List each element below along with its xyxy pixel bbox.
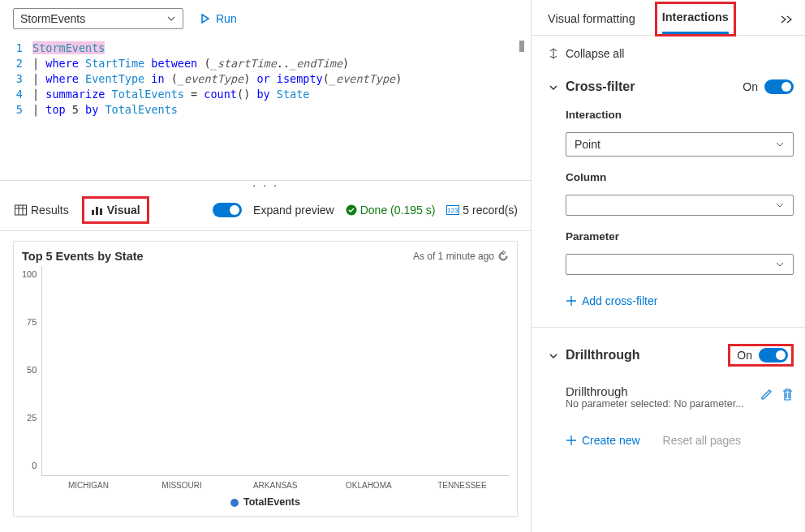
chevron-down-icon <box>775 260 785 269</box>
plus-icon <box>566 295 577 307</box>
interaction-select[interactable]: Point <box>566 132 794 157</box>
reset-all-pages-button[interactable]: Reset all pages <box>663 434 742 447</box>
column-select[interactable] <box>566 195 794 216</box>
delete-icon[interactable] <box>781 388 794 401</box>
interaction-label: Interaction <box>566 109 794 121</box>
drillthrough-item-sub: No parameter selected: No parameter... <box>566 398 744 410</box>
tab-visual[interactable]: Visual <box>89 200 142 220</box>
status-done: Done (0.195 s) <box>346 204 436 217</box>
chart-title: Top 5 Events by State <box>22 250 144 263</box>
legend-marker <box>230 499 239 507</box>
cross-filter-toggle[interactable] <box>764 79 794 94</box>
parameter-select[interactable] <box>566 254 794 275</box>
create-new-button[interactable]: Create new <box>566 434 640 447</box>
tab-interactions[interactable]: Interactions <box>662 4 729 34</box>
svg-text:123: 123 <box>448 207 459 214</box>
chevron-down-icon <box>775 139 785 149</box>
chart-x-label: MISSOURI <box>135 481 228 490</box>
edit-icon[interactable] <box>760 388 773 401</box>
chart-x-labels: MICHIGANMISSOURIARKANSASOKLAHOMATENNESSE… <box>41 481 509 490</box>
chart-legend: TotalEvents <box>22 496 509 508</box>
tab-interactions-highlight: Interactions <box>655 2 736 36</box>
records-icon: 123 <box>446 205 459 215</box>
svg-rect-6 <box>100 208 102 215</box>
svg-rect-5 <box>96 207 98 215</box>
run-button[interactable]: Run <box>200 12 237 25</box>
add-cross-filter-button[interactable]: Add cross-filter <box>566 294 794 307</box>
chart-icon <box>91 204 103 216</box>
records-count: 123 5 record(s) <box>446 204 518 217</box>
database-select[interactable]: StormEvents <box>13 8 183 29</box>
chart-y-axis: 100 75 50 25 0 <box>22 266 41 490</box>
editor-scrollbar-thumb[interactable] <box>519 41 524 52</box>
tab-visual-highlight: Visual <box>82 196 149 224</box>
svg-rect-0 <box>15 205 27 215</box>
refresh-icon[interactable] <box>497 251 509 262</box>
play-icon <box>200 13 211 24</box>
chart-x-label: MICHIGAN <box>41 481 135 490</box>
chart-x-label: ARKANSAS <box>229 481 322 490</box>
editor-code: StormEvents | where StartTime between (_… <box>32 41 531 172</box>
svg-rect-4 <box>92 210 94 215</box>
chart-bars <box>41 266 509 476</box>
more-panel-icon[interactable] <box>779 14 794 25</box>
expand-preview-toggle[interactable] <box>213 203 242 217</box>
chart-x-label: TENNESSEE <box>415 481 509 490</box>
drillthrough-toggle-highlight: On <box>728 344 794 367</box>
editor-gutter: 1 2 3 4 5 <box>0 41 32 172</box>
chevron-down-icon <box>166 14 176 24</box>
chart-card: Top 5 Events by State As of 1 minute ago… <box>13 241 518 517</box>
cross-filter-on-label: On <box>743 80 758 93</box>
column-label: Column <box>566 171 794 183</box>
query-editor[interactable]: 1 2 3 4 5 StormEvents | where StartTime … <box>0 34 531 180</box>
chart-x-label: OKLAHOMA <box>322 481 415 490</box>
table-icon <box>15 204 27 216</box>
chevron-down-icon[interactable] <box>548 350 559 362</box>
parameter-label: Parameter <box>566 230 794 242</box>
drillthrough-item-name: Drillthrough <box>566 384 744 398</box>
collapse-icon <box>548 48 559 59</box>
section-cross-filter-title: Cross-filter <box>566 79 635 94</box>
drillthrough-on-label: On <box>737 349 752 362</box>
database-select-value: StormEvents <box>20 12 85 25</box>
check-circle-icon <box>346 204 357 216</box>
collapse-all-button[interactable]: Collapse all <box>548 44 794 68</box>
chevron-down-icon <box>775 200 785 210</box>
tab-visual-formatting[interactable]: Visual formatting <box>548 6 635 33</box>
tab-results[interactable]: Results <box>13 200 71 220</box>
run-label: Run <box>216 12 237 25</box>
expand-preview-label: Expand preview <box>253 204 334 217</box>
drillthrough-toggle[interactable] <box>759 348 788 363</box>
resize-handle[interactable]: · · · <box>0 180 531 191</box>
plus-icon <box>566 435 577 446</box>
section-drillthrough-title: Drillthrough <box>566 348 640 363</box>
chart-asof: As of 1 minute ago <box>413 251 509 262</box>
chevron-down-icon[interactable] <box>548 82 559 93</box>
